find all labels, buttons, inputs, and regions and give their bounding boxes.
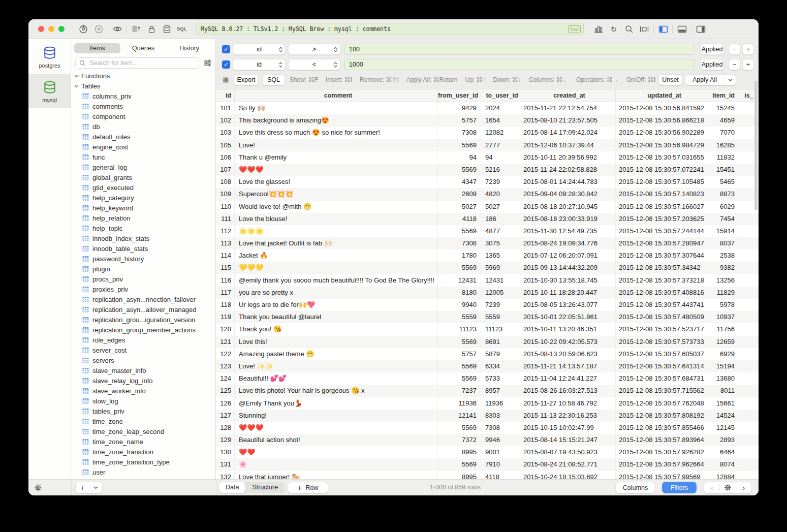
table-cell[interactable]: Love that jacket! Outfit is fab 🙌🏻 [235, 237, 438, 249]
table-cell[interactable] [739, 323, 759, 335]
table-cell[interactable]: 9429 [438, 102, 481, 114]
table-cell[interactable]: Supercool💥💥💥 [235, 188, 438, 200]
table-cell[interactable]: Jacket 🔥 [235, 249, 438, 262]
table-cell[interactable]: 12431 [481, 274, 519, 287]
table-cell[interactable]: 2015-12-08 15:30:57.307644 [616, 249, 710, 262]
table-cell[interactable]: 121 [216, 336, 235, 348]
table-cell[interactable]: 8957 [481, 385, 519, 397]
table-item[interactable]: slave_worker_info [71, 386, 215, 396]
table-cell[interactable]: 15194 [710, 360, 739, 372]
table-cell[interactable] [739, 287, 759, 299]
table-item[interactable]: columns_priv [71, 91, 215, 101]
database-icon[interactable] [159, 23, 174, 35]
table-cell[interactable] [739, 225, 759, 237]
table-item[interactable]: time_zone_transition_type [71, 457, 215, 467]
table-cell[interactable]: 107 [216, 164, 235, 176]
column-header[interactable]: created_at [519, 90, 616, 102]
table-cell[interactable]: So fly 🙌🏼 [235, 102, 438, 114]
table-item[interactable]: tables_priv [71, 406, 215, 416]
table-cell[interactable]: 14524 [710, 410, 739, 422]
table-cell[interactable]: ❤️❤️ [235, 446, 438, 458]
table-cell[interactable]: 2015-12-08 15:30:56.902289 [616, 127, 710, 139]
table-cell[interactable]: 123 [216, 360, 235, 372]
table-cell[interactable]: 2015-12-08 15:30:57.523717 [616, 323, 710, 335]
table-row[interactable]: 117you are so pretty x8180120052015-10-1… [216, 287, 759, 299]
table-cell[interactable]: 125 [216, 385, 235, 397]
tab-items[interactable]: Items [74, 43, 120, 53]
table-row[interactable]: 115💛💛💛556959692015-09-13 14:44:32.209201… [216, 262, 759, 274]
table-cell[interactable]: 5569 [438, 372, 481, 385]
chart-icon[interactable] [591, 23, 606, 35]
vertical-scrollbar[interactable] [754, 81, 758, 210]
table-cell[interactable]: you are so pretty x [235, 287, 438, 299]
table-item[interactable]: func [71, 152, 215, 162]
export-button[interactable]: Export [234, 74, 259, 85]
eye-icon[interactable] [110, 23, 125, 35]
table-cell[interactable]: Thank you! 😘 [235, 323, 438, 335]
filters-button[interactable]: Filters [662, 482, 697, 493]
table-cell[interactable]: 3075 [481, 237, 519, 249]
table-cell[interactable]: 11829 [710, 287, 739, 299]
table-cell[interactable]: 94 [481, 151, 519, 164]
table-row[interactable]: 108Love the glasses!434772392015-08-01 1… [216, 176, 759, 188]
table-cell[interactable]: 2015-10-11 20:39:56.992 [519, 151, 616, 164]
table-cell[interactable] [739, 422, 759, 434]
table-cell[interactable]: 💛💛💛 [235, 262, 438, 274]
table-cell[interactable]: 2015-12-08 15:30:57.684731 [616, 372, 710, 385]
table-cell[interactable]: 15914 [710, 225, 739, 237]
table-cell[interactable]: 2015-09-13 14:44:32.209 [519, 262, 616, 274]
table-cell[interactable] [739, 385, 759, 397]
table-cell[interactable]: 5027 [481, 201, 519, 213]
table-cell[interactable]: 2015-12-08 15:30:57.443741 [616, 299, 710, 311]
table-cell[interactable]: 5569 [438, 336, 481, 348]
table-cell[interactable]: 6464 [710, 446, 739, 458]
column-header[interactable]: updated_at [616, 90, 710, 102]
table-row[interactable]: 123Love! ✨✨556963342015-11-21 14:13:57.1… [216, 360, 759, 372]
table-cell[interactable]: 2777 [481, 139, 519, 151]
table-cell[interactable]: 127 [216, 410, 235, 422]
table-item[interactable]: replication_group_member_actions [71, 325, 215, 335]
table-cell[interactable]: 15661 [710, 397, 739, 410]
frame-icon[interactable] [637, 23, 652, 35]
filter-applied-button[interactable]: Applied [700, 44, 724, 55]
table-row[interactable]: 107❤️❤️❤️556952162015-11-24 22:02:58.828… [216, 164, 759, 176]
table-cell[interactable]: Love this photo! Your hair is gorgeous 😘… [235, 385, 438, 397]
table-cell[interactable]: 11936 [481, 397, 519, 410]
table-cell[interactable]: 128 [216, 422, 235, 434]
table-cell[interactable]: 4347 [438, 176, 481, 188]
table-cell[interactable]: 2015-08-18 23:00:33.919 [519, 213, 616, 225]
table-cell[interactable] [739, 348, 759, 360]
table-cell[interactable]: 11123 [481, 323, 519, 335]
table-cell[interactable]: 🌸 [235, 458, 438, 471]
table-cell[interactable]: 5879 [481, 348, 519, 360]
filter-checkbox[interactable]: ✓ [222, 60, 230, 69]
table-cell[interactable]: 🌟🌟🌟 [235, 225, 438, 237]
table-row[interactable]: 102This background is amazing😍5757165420… [216, 114, 759, 127]
table-cell[interactable] [739, 360, 759, 372]
filter-checkbox[interactable]: ✓ [222, 45, 230, 53]
filter-value-input[interactable]: 100 [344, 44, 695, 55]
table-cell[interactable]: 5216 [481, 164, 519, 176]
table-row[interactable]: 128❤️❤️❤️556973082015-10-15 10:02:47.992… [216, 422, 759, 434]
tree-group-tables[interactable]: Tables [71, 81, 215, 91]
columns-button[interactable]: Columns [615, 482, 655, 493]
connection-settings-gear-icon[interactable] [34, 483, 43, 492]
table-cell[interactable]: 113 [216, 237, 235, 249]
table-row[interactable]: 103Love this dress so much 😍 so nice for… [216, 127, 759, 139]
tree-group-functions[interactable]: Functions [71, 71, 215, 81]
table-cell[interactable]: 4820 [481, 188, 519, 200]
chevron-down-icon[interactable] [89, 485, 102, 490]
panel-bottom-icon[interactable] [674, 23, 689, 35]
zoom-window-button[interactable] [58, 26, 65, 32]
table-cell[interactable]: 2015-12-08 15:30:56.866218 [616, 114, 710, 127]
connection-mysql[interactable]: mysql [28, 74, 71, 108]
table-cell[interactable]: 2015-08-14 15:15:21.247 [519, 434, 616, 446]
table-row[interactable]: 120Thank you! 😘11123111232015-10-11 13:2… [216, 323, 759, 335]
table-cell[interactable]: 15245 [710, 102, 739, 114]
table-cell[interactable]: 110 [216, 201, 235, 213]
table-cell[interactable]: Love the blouse! [235, 213, 438, 225]
table-cell[interactable]: 8995 [438, 446, 481, 458]
table-cell[interactable] [739, 372, 759, 385]
table-cell[interactable]: 8180 [438, 287, 481, 299]
table-cell[interactable]: 2015-08-14 17:09:42.024 [519, 127, 616, 139]
